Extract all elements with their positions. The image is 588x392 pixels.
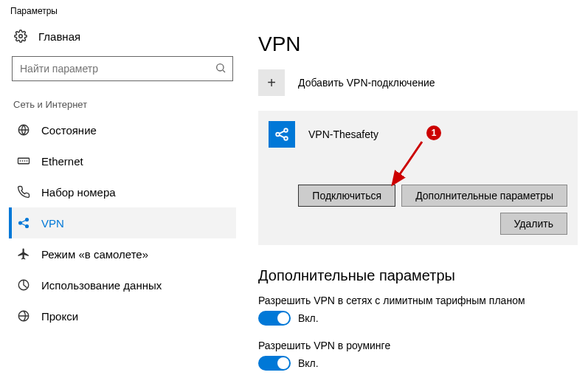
- sidebar-item-ethernet[interactable]: Ethernet: [9, 145, 236, 176]
- add-vpn-row[interactable]: + Добавить VPN-подключение: [258, 69, 581, 96]
- ethernet-icon: [16, 154, 31, 168]
- roaming-toggle-label: Разрешить VPN в роуминге: [258, 340, 581, 351]
- advanced-options-button[interactable]: Дополнительные параметры: [401, 185, 567, 207]
- vpn-connection-card[interactable]: VPN-Thesafety Подключиться Дополнительны…: [258, 111, 578, 245]
- sidebar-home-label: Главная: [38, 30, 80, 43]
- sidebar-home[interactable]: Главная: [9, 22, 236, 50]
- sidebar-item-airplane[interactable]: Режим «в самолете»: [9, 238, 236, 269]
- sidebar-category: Сеть и Интернет: [9, 92, 236, 114]
- main-panel: VPN + Добавить VPN-подключение VPN-Thesa…: [236, 22, 588, 385]
- data-usage-icon: [16, 278, 31, 292]
- svg-point-0: [19, 35, 23, 38]
- proxy-icon: [16, 309, 31, 323]
- svg-rect-4: [18, 158, 30, 164]
- sidebar-item-label: Режим «в самолете»: [41, 248, 148, 261]
- sidebar-item-label: VPN: [41, 217, 64, 230]
- search-box[interactable]: [12, 56, 233, 81]
- search-input[interactable]: [20, 63, 215, 75]
- vpn-icon: [16, 216, 31, 230]
- svg-line-2: [223, 70, 225, 72]
- gear-icon: [13, 30, 28, 43]
- sidebar-item-status[interactable]: Состояние: [9, 114, 236, 145]
- page-title: VPN: [258, 32, 581, 56]
- roaming-toggle[interactable]: Вкл.: [258, 356, 319, 371]
- airplane-icon: [16, 247, 31, 261]
- sidebar: Главная Сеть и Интернет Состояние Ethern…: [0, 22, 236, 385]
- sidebar-item-vpn[interactable]: VPN: [9, 207, 236, 238]
- sidebar-item-proxy[interactable]: Прокси: [9, 300, 236, 331]
- sidebar-item-label: Прокси: [41, 310, 78, 323]
- svg-point-1: [217, 63, 224, 70]
- toggle-state: Вкл.: [298, 357, 319, 369]
- sidebar-item-datausage[interactable]: Использование данных: [9, 269, 236, 300]
- sidebar-item-label: Использование данных: [41, 279, 162, 292]
- plus-icon: +: [258, 69, 285, 96]
- globe-icon: [16, 123, 31, 137]
- sidebar-item-dialup[interactable]: Набор номера: [9, 176, 236, 207]
- vpn-connection-icon: [269, 121, 295, 148]
- metered-toggle-label: Разрешить VPN в сетях с лимитным тарифны…: [258, 295, 581, 306]
- sidebar-item-label: Состояние: [41, 124, 97, 137]
- window-title: Параметры: [0, 0, 588, 22]
- phone-icon: [16, 185, 31, 199]
- search-icon: [215, 62, 226, 76]
- sidebar-item-label: Ethernet: [41, 155, 83, 168]
- metered-toggle[interactable]: Вкл.: [258, 311, 319, 326]
- toggle-state: Вкл.: [298, 312, 319, 324]
- sidebar-item-label: Набор номера: [41, 186, 116, 199]
- additional-params-title: Дополнительные параметры: [258, 267, 581, 284]
- connect-button[interactable]: Подключиться: [298, 185, 395, 207]
- add-vpn-label: Добавить VPN-подключение: [298, 77, 435, 89]
- vpn-connection-name: VPN-Thesafety: [308, 128, 378, 140]
- delete-button[interactable]: Удалить: [500, 213, 567, 235]
